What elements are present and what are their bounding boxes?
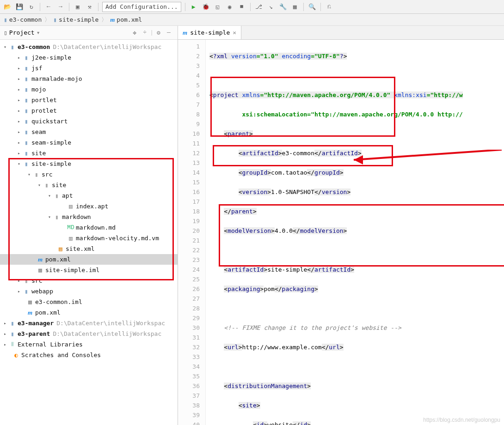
forward-icon[interactable]: → xyxy=(56,2,65,12)
bc-sitesimple[interactable]: ▮site-simple xyxy=(53,16,98,23)
coverage-icon[interactable]: ◱ xyxy=(213,2,222,12)
search-icon[interactable]: 🔍 xyxy=(307,2,317,12)
stop-icon[interactable]: ■ xyxy=(237,2,246,12)
file-nav-icon[interactable]: ⎌ xyxy=(325,2,334,12)
tool2-icon[interactable]: ▦ xyxy=(290,2,300,12)
hammer-icon[interactable]: ⚒ xyxy=(85,2,94,12)
debug-icon[interactable]: 🐞 xyxy=(201,2,210,12)
svg-line-0 xyxy=(354,150,502,160)
line-gutter: 1234567891011121314151617181920212223242… xyxy=(178,40,206,425)
annotation-arrow xyxy=(344,150,504,168)
save-icon[interactable]: 💾 xyxy=(15,2,24,12)
editor-pane: msite-simple× 12345678910111213141516171… xyxy=(178,26,504,425)
project-sidebar: ▯Project ▾ ✥ ÷ | ⚙ — ▾▮e3-commonD:\DataC… xyxy=(0,26,178,425)
profile-icon[interactable]: ◉ xyxy=(225,2,234,12)
run-config-combo[interactable]: Add Configuration... xyxy=(102,2,181,12)
sidebar-header: ▯Project ▾ ✥ ÷ | ⚙ — xyxy=(0,26,178,40)
back-icon[interactable]: ← xyxy=(44,2,53,12)
project-tree[interactable]: ▾▮e3-commonD:\DataCenter\intellijWorkspa… xyxy=(0,40,178,425)
main-toolbar: 📂 💾 ↻ ← → ▣ ⚒ Add Configuration... ▶ 🐞 ◱… xyxy=(0,0,504,14)
run-icon[interactable]: ▶ xyxy=(189,2,198,12)
collapse-icon[interactable]: ÷ xyxy=(140,28,150,38)
watermark: https://blog.csdn.net/guolongpu xyxy=(423,417,500,423)
svg-marker-1 xyxy=(354,155,363,164)
gear-icon[interactable]: ⚙ xyxy=(154,28,164,38)
sidebar-title: Project xyxy=(9,29,35,36)
locate-icon[interactable]: ✥ xyxy=(129,28,140,38)
bc-pom[interactable]: m pom.xml xyxy=(110,16,142,24)
build-icon[interactable]: ▣ xyxy=(73,2,82,12)
editor-tabbar: msite-simple× xyxy=(178,26,504,40)
annotation-redbox-tree xyxy=(8,158,174,280)
annotation-redbox-parent xyxy=(210,77,395,137)
code-body[interactable]: <?xml version="1.0" encoding="UTF-8"?> <… xyxy=(206,40,463,425)
annotation-redbox-dist xyxy=(219,204,504,267)
structure-icon[interactable]: ⎇ xyxy=(254,2,264,12)
open-icon[interactable]: 📂 xyxy=(3,2,12,12)
hide-icon[interactable]: — xyxy=(164,28,174,38)
bc-e3common[interactable]: ▮e3-common xyxy=(4,16,42,23)
breadcrumb: ▮e3-common 〉 ▮site-simple 〉 m pom.xml xyxy=(0,14,504,26)
editor-tab[interactable]: msite-simple× xyxy=(178,26,241,39)
close-icon[interactable]: × xyxy=(233,29,236,36)
refresh-icon[interactable]: ↻ xyxy=(27,2,36,12)
tool-icon[interactable]: 🔧 xyxy=(278,2,288,12)
vcs-icon[interactable]: ↘ xyxy=(266,2,276,12)
